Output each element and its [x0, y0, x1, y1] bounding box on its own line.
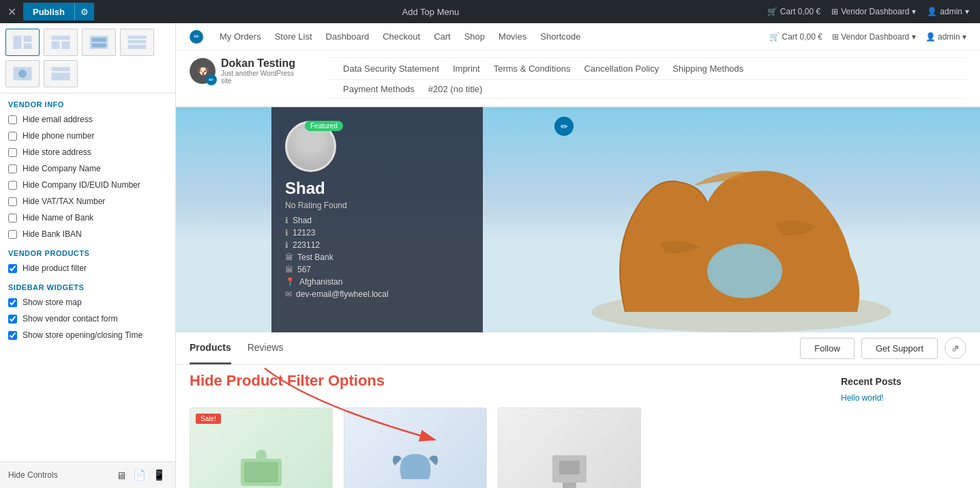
brand-name: Dokan Testing [221, 57, 295, 70]
store-info-card: Featured Shad No Rating Found ℹ Shad ℹ 1… [271, 107, 483, 332]
hide-phone-checkbox[interactable] [8, 132, 17, 141]
follow-button[interactable]: Follow [800, 338, 855, 359]
no-title-link[interactable]: #202 (no title) [428, 84, 483, 94]
hide-vat-checkbox[interactable] [8, 197, 17, 206]
bank-icon-1: 🏛 [285, 253, 293, 262]
hide-email-checkbox[interactable] [8, 115, 17, 124]
sidebar: VENDOR INFO Hide email address Hide phon… [0, 23, 176, 488]
brand-icon: 🐶 [197, 66, 209, 76]
store-number: 223112 [293, 240, 320, 250]
share-icon: ⇗ [951, 343, 960, 354]
show-opening-time-checkbox[interactable] [8, 331, 17, 340]
template-thumb-3[interactable] [82, 29, 116, 56]
share-button[interactable]: ⇗ [945, 337, 966, 359]
hide-address-checkbox[interactable] [8, 148, 17, 157]
vendor-dash-nav[interactable]: ⊞ Vendor Dashboard ▾ [832, 32, 916, 42]
sidebar-item-hide-bank-iban: Hide Bank IBAN [0, 226, 175, 242]
close-button[interactable]: ✕ [0, 0, 23, 23]
show-contact-label[interactable]: Show vendor contact form [23, 314, 117, 324]
no-rating: No Rating Found [285, 201, 469, 210]
user-icon: 👤 [927, 7, 937, 16]
desktop-view-button[interactable]: 🖥 [115, 468, 128, 483]
data-security-link[interactable]: Data Security Statement [343, 63, 439, 74]
hide-company-id-label[interactable]: Hide Company ID/EUID Number [23, 180, 140, 190]
hide-bank-iban-checkbox[interactable] [8, 230, 17, 239]
checkout-link[interactable]: Checkout [383, 31, 420, 42]
show-store-map-label[interactable]: Show store map [23, 298, 82, 307]
brand-edit-icon[interactable]: ✏ [206, 74, 217, 85]
edit-nav-icon[interactable]: ✏ [190, 30, 203, 44]
hide-controls-label[interactable]: Hide Controls [8, 470, 58, 480]
brand-tagline: Just another WordPresssite [221, 70, 295, 85]
template-thumb-6[interactable] [44, 60, 78, 87]
hide-email-label[interactable]: Hide email address [23, 115, 93, 124]
hide-company-label[interactable]: Hide Company Name [23, 164, 101, 173]
movies-link[interactable]: Movies [499, 31, 526, 42]
site-top-nav: ✏ My Orders Store List Dashboard Checkou… [176, 23, 980, 51]
cancellation-link[interactable]: Cancellation Policy [584, 63, 659, 74]
publish-button[interactable]: Publish [23, 3, 74, 20]
location-icon: 📍 [285, 277, 295, 287]
store-list-link[interactable]: Store List [275, 31, 312, 42]
admin-link[interactable]: 👤 admin ▾ [927, 7, 969, 16]
dashboard-link[interactable]: Dashboard [326, 31, 370, 42]
tab-products[interactable]: Products [190, 332, 231, 364]
store-name: Shad [285, 179, 469, 198]
terms-link[interactable]: Terms & Conditions [494, 63, 571, 74]
product-card-2[interactable] [344, 407, 487, 488]
hide-bank-name-label[interactable]: Hide Name of Bank [23, 213, 93, 223]
store-detail-number: ℹ 223112 [285, 240, 469, 250]
main-nav: ✏ My Orders Store List Dashboard Checkou… [190, 30, 581, 44]
get-support-button[interactable]: Get Support [861, 338, 938, 359]
template-thumb-5[interactable] [5, 60, 40, 87]
template-thumb-1[interactable] [5, 29, 40, 56]
payment-methods-link[interactable]: Payment Methods [343, 84, 415, 94]
email-icon: ✉ [285, 289, 292, 299]
my-orders-link[interactable]: My Orders [220, 31, 261, 42]
hide-vat-label[interactable]: Hide VAT/TAX Number [23, 197, 105, 206]
hide-product-filter-label[interactable]: Hide product filter [23, 263, 87, 273]
template-thumb-4[interactable] [120, 29, 154, 56]
shortcode-link[interactable]: Shortcode [540, 31, 580, 42]
banner-edit-button[interactable]: ✏ [554, 117, 574, 136]
admin-nav[interactable]: 👤 admin ▾ [925, 32, 966, 42]
hide-company-id-checkbox[interactable] [8, 181, 17, 190]
svg-point-20 [256, 450, 267, 461]
store-actions: Follow Get Support ⇗ [800, 337, 966, 359]
vendor-dashboard-link[interactable]: ⊞ Vendor Dashboard ▾ [831, 7, 916, 16]
shipping-link[interactable]: Shipping Methods [672, 63, 743, 74]
hide-address-label[interactable]: Hide store address [23, 147, 91, 157]
sidebar-item-show-contact: Show vendor contact form [0, 311, 175, 327]
top-nav-right: 🛒 Cart 0,00 € ⊞ Vendor Dashboard ▾ 👤 adm… [769, 32, 966, 42]
cart-link[interactable]: 🛒 Cart 0,00 € [767, 7, 820, 16]
recent-post-item-1[interactable]: Hello world! [841, 393, 884, 403]
show-contact-checkbox[interactable] [8, 315, 17, 324]
template-thumb-2[interactable] [44, 29, 78, 56]
hide-phone-label[interactable]: Hide phone number [23, 131, 94, 141]
top-bar-right: 🛒 Cart 0,00 € ⊞ Vendor Dashboard ▾ 👤 adm… [767, 7, 980, 16]
tab-reviews[interactable]: Reviews [248, 332, 284, 364]
hide-product-filter-checkbox[interactable] [8, 264, 17, 273]
shop-link[interactable]: Shop [464, 31, 485, 42]
add-top-menu-link[interactable]: Add Top Menu [94, 7, 767, 17]
hide-bank-name-checkbox[interactable] [8, 214, 17, 223]
hide-company-checkbox[interactable] [8, 164, 17, 173]
sidebar-item-hide-bank-name: Hide Name of Bank [0, 210, 175, 226]
store-username: Shad [293, 216, 312, 225]
sidebar-item-hide-phone: Hide phone number [0, 128, 175, 144]
product-card-3[interactable] [498, 407, 641, 488]
chevron-down-icon: ▾ [912, 7, 916, 16]
mobile-view-button[interactable]: 📱 [151, 468, 167, 483]
svg-rect-14 [52, 67, 70, 71]
show-store-map-checkbox[interactable] [8, 298, 17, 307]
svg-point-17 [707, 244, 782, 298]
product-card-1[interactable]: Sale! [190, 407, 333, 488]
tablet-view-button[interactable]: 📄 [132, 468, 147, 483]
cart-nav[interactable]: 🛒 Cart 0,00 € [769, 32, 822, 42]
svg-rect-7 [92, 38, 106, 42]
publish-settings-button[interactable]: ⚙ [74, 3, 94, 20]
show-opening-time-label[interactable]: Show store opening/closing Time [23, 330, 143, 340]
imprint-link[interactable]: Imprint [453, 63, 480, 74]
cart-link-nav[interactable]: Cart [434, 31, 451, 42]
hide-bank-iban-label[interactable]: Hide Bank IBAN [23, 229, 82, 239]
